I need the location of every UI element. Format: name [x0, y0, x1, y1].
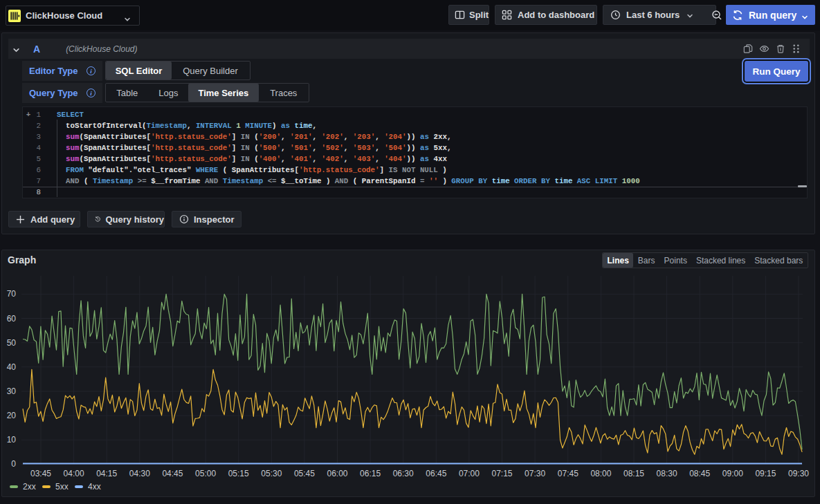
svg-text:06:30: 06:30 [393, 469, 414, 478]
svg-text:09:15: 09:15 [755, 469, 776, 478]
svg-text:05:15: 05:15 [228, 469, 249, 478]
svg-text:20: 20 [7, 411, 17, 420]
svg-text:04:30: 04:30 [129, 469, 150, 478]
svg-text:04:45: 04:45 [162, 469, 183, 478]
svg-text:08:45: 08:45 [689, 469, 710, 478]
svg-text:05:30: 05:30 [261, 469, 282, 478]
svg-text:60: 60 [7, 314, 17, 324]
svg-text:40: 40 [7, 362, 17, 372]
svg-text:03:45: 03:45 [30, 469, 51, 478]
svg-text:08:30: 08:30 [657, 469, 677, 478]
svg-text:06:00: 06:00 [327, 469, 347, 478]
svg-text:07:45: 07:45 [558, 469, 578, 478]
svg-text:30: 30 [7, 386, 17, 396]
svg-text:0: 0 [11, 459, 16, 469]
svg-text:05:45: 05:45 [294, 469, 315, 478]
svg-text:04:00: 04:00 [64, 469, 84, 478]
svg-text:09:00: 09:00 [722, 469, 743, 478]
svg-text:04:15: 04:15 [96, 469, 117, 478]
svg-text:07:00: 07:00 [459, 469, 480, 478]
svg-text:08:00: 08:00 [590, 469, 611, 478]
svg-text:06:45: 06:45 [426, 469, 446, 478]
svg-text:08:15: 08:15 [623, 469, 644, 478]
svg-text:50: 50 [7, 338, 17, 348]
svg-text:06:15: 06:15 [360, 469, 381, 478]
svg-text:07:30: 07:30 [525, 469, 545, 478]
svg-text:70: 70 [7, 289, 17, 299]
svg-text:10: 10 [7, 435, 17, 445]
svg-text:09:30: 09:30 [788, 469, 809, 478]
svg-text:05:00: 05:00 [195, 469, 216, 478]
svg-text:07:15: 07:15 [491, 469, 512, 478]
